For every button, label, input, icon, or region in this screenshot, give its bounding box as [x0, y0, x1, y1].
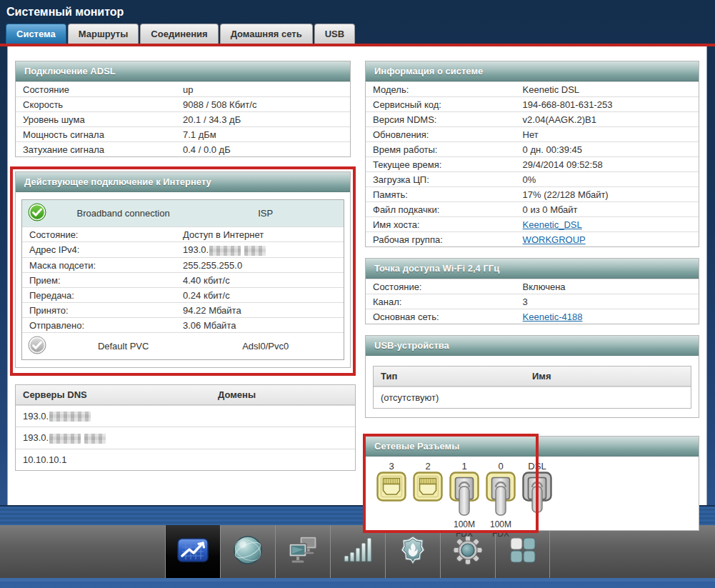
row-value: Keenetic_DSL — [523, 219, 691, 230]
row-label: Принято: — [29, 305, 183, 316]
row-value: Keenetic DSL — [523, 84, 691, 95]
row-value: Нет — [523, 129, 691, 140]
port-dsl: DSL — [521, 461, 553, 526]
row-value: Включена — [523, 281, 691, 292]
network-monitors-icon — [287, 535, 319, 568]
system-info-panel: Информация о системе Модель:Keenetic DSL… — [365, 61, 699, 247]
port-speed: 100MFDX — [449, 520, 480, 539]
adsl-row-noise: Уровень шума20.1 / 34.3 дБ — [16, 111, 350, 126]
toolbar-item-wifi[interactable] — [330, 525, 385, 578]
content-area: Подключение ADSL Состояниеup Скорость908… — [7, 46, 707, 505]
bottom-toolbar — [0, 525, 715, 578]
toolbar-item-home-network[interactable] — [275, 525, 330, 578]
usb-col-type: Тип — [381, 371, 532, 382]
sysinfo-row-workgroup: Рабочая группа:WORKGROUP — [366, 231, 699, 246]
port-3: 3 — [376, 461, 407, 526]
blurred-ip-segment — [209, 246, 241, 256]
tab-routes[interactable]: Маршруты — [68, 24, 139, 44]
row-label: Текущее время: — [373, 159, 523, 170]
toolbar-item-security[interactable] — [385, 525, 440, 578]
wifi-panel-title: Точка доступа Wi-Fi 2,4 ГГц — [366, 259, 699, 279]
row-label: Мощность сигнала — [23, 129, 183, 140]
adsl-row-power: Мощность сигнала7.1 дБм — [16, 126, 350, 141]
row-label: Скорость — [23, 99, 183, 110]
adsl-row-attenuation: Затухание сигнала0.4 / 0.0 дБ — [16, 141, 350, 156]
row-label: Сервисный код: — [373, 99, 523, 110]
row-value: 193.0. — [183, 244, 336, 256]
ssid-link[interactable]: Keenetic-4188 — [523, 312, 583, 322]
dns-col-domains: Домены — [218, 389, 256, 400]
row-label: Рабочая группа: — [373, 234, 523, 245]
row-label: Состояние — [23, 84, 183, 95]
sysinfo-row-current-time: Текущее время:29/4/2014 09:52:58 — [366, 156, 699, 171]
wifi-panel: Точка доступа Wi-Fi 2,4 ГГц Состояние:Вк… — [365, 258, 699, 324]
connection-type: ISP — [193, 208, 338, 219]
row-label: Канал: — [373, 297, 523, 307]
dns-ip-prefix: 193.0. — [23, 432, 49, 443]
default-pvc-row[interactable]: Default PVC Adsl0/Pvc0 — [22, 332, 344, 359]
row-label: Загрузка ЦП: — [373, 174, 523, 185]
row-value: 7.1 дБм — [183, 129, 343, 140]
usb-table: Тип Имя (отсутствуют) — [373, 366, 691, 409]
wifi-row-ssid: Основная сеть:Keenetic-4188 — [366, 309, 699, 324]
row-value: 0.24 кбит/с — [183, 290, 336, 301]
dns-row: 193.0. — [16, 405, 355, 427]
ports-panel-title: Сетевые Разъемы — [366, 437, 699, 457]
inet-row-rx-rate: Прием:4.40 кбит/с — [22, 272, 344, 287]
ethernet-jack-connected-icon — [449, 507, 479, 519]
port-label: 3 — [376, 461, 407, 472]
dns-server-value: 193.0. — [23, 411, 91, 422]
wifi-row-state: Состояние:Включена — [366, 279, 699, 294]
sysinfo-row-cpu-load: Загрузка ЦП:0% — [366, 171, 699, 186]
tab-system[interactable]: Система — [6, 24, 66, 44]
inet-row-tx-rate: Передача:0.24 кбит/с — [22, 287, 344, 302]
hostname-link[interactable]: Keenetic_DSL — [523, 219, 582, 230]
inet-row-state: Состояние:Доступ в Интернет — [22, 226, 344, 241]
row-label: Состояние: — [373, 281, 523, 292]
wifi-row-channel: Канал:3 — [366, 294, 699, 309]
row-value: 0 из 0 Мбайт — [523, 204, 691, 215]
ethernet-jack-empty-icon — [376, 492, 406, 504]
row-label: Отправлено: — [29, 320, 183, 331]
tab-connections[interactable]: Соединения — [140, 24, 218, 44]
row-value: 0.4 / 0.0 дБ — [183, 144, 343, 155]
tab-bar: Система Маршруты Соединения Домашняя сет… — [0, 21, 715, 44]
port-0: 0 100MFDX — [485, 461, 516, 526]
toolbar-item-internet[interactable] — [220, 525, 275, 578]
row-value: 94.22 Мбайта — [183, 305, 336, 316]
toolbar-item-system-monitor[interactable] — [165, 525, 220, 578]
connection-up-icon — [28, 203, 54, 224]
system-monitor-chart-icon — [176, 537, 209, 567]
sysinfo-row-ndms-version: Версия NDMS:v2.04(AAGK.2)B1 — [366, 111, 699, 126]
bottom-accent-line — [0, 578, 715, 582]
ipv4-prefix: 193.0. — [183, 244, 209, 255]
inet-row-received: Принято:94.22 Мбайта — [22, 302, 344, 317]
row-label: Маска подсети: — [29, 260, 183, 271]
row-label: Передача: — [29, 290, 183, 301]
tab-home-network[interactable]: Домашняя сеть — [220, 24, 313, 44]
tab-usb[interactable]: USB — [314, 24, 355, 44]
inet-row-sent: Отправлено:3.06 Мбайта — [22, 317, 344, 332]
gear-icon — [452, 534, 484, 569]
row-value: 3 — [523, 297, 691, 307]
dns-table: Серверы DNS Домены 193.0. 193.0. 10.10.1… — [15, 384, 356, 471]
usb-empty-row: (отсутствуют) — [374, 387, 691, 408]
workgroup-link[interactable]: WORKGROUP — [523, 234, 586, 245]
port-speed-line2: FDX — [492, 529, 509, 539]
row-label: Состояние: — [29, 229, 183, 240]
adsl-panel-title: Подключение ADSL — [16, 61, 350, 81]
sysinfo-row-uptime: Время работы:0 дн. 00:39:45 — [366, 141, 699, 156]
row-label: Время работы: — [373, 144, 523, 155]
row-label: Имя хоста: — [373, 219, 523, 230]
connection-idle-icon — [28, 336, 54, 357]
connection-name: Broadband connection — [54, 208, 193, 219]
row-label: Обновления: — [373, 129, 523, 140]
broadband-connection-header[interactable]: Broadband connection ISP — [22, 200, 344, 226]
sysinfo-row-service-code: Сервисный код:194-668-801-631-253 — [366, 96, 699, 111]
globe-icon — [233, 535, 263, 568]
inet-row-ipv4: Адрес IPv4:193.0. — [22, 241, 344, 257]
usb-col-name: Имя — [532, 371, 551, 382]
right-column: Информация о системе Модель:Keenetic DSL… — [365, 61, 699, 531]
port-speed-line1: 100M — [454, 519, 475, 529]
row-value: up — [183, 84, 343, 95]
